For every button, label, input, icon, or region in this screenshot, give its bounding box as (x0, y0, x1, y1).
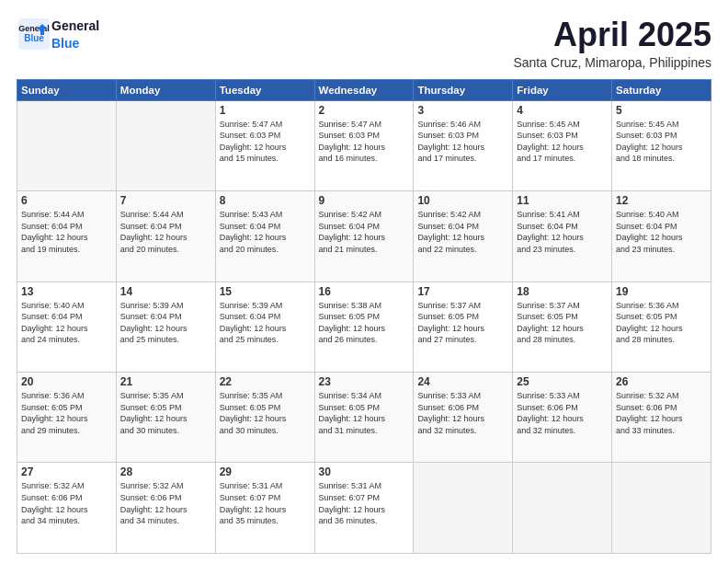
day-number: 4 (517, 104, 608, 117)
calendar-table: SundayMondayTuesdayWednesdayThursdayFrid… (17, 79, 711, 554)
day-number: 15 (220, 285, 311, 298)
calendar-cell: 26Sunrise: 5:32 AM Sunset: 6:06 PM Dayli… (612, 373, 711, 463)
week-row-2: 6Sunrise: 5:44 AM Sunset: 6:04 PM Daylig… (17, 191, 711, 282)
logo-text: General Blue (51, 17, 99, 52)
cell-info: Sunrise: 5:40 AM Sunset: 6:04 PM Dayligh… (21, 300, 112, 346)
calendar-cell: 5Sunrise: 5:45 AM Sunset: 6:03 PM Daylig… (612, 100, 711, 190)
calendar-cell: 29Sunrise: 5:31 AM Sunset: 6:07 PM Dayli… (215, 463, 314, 554)
day-number: 6 (21, 194, 112, 207)
col-header-saturday: Saturday (612, 79, 711, 100)
cell-info: Sunrise: 5:37 AM Sunset: 6:05 PM Dayligh… (517, 300, 608, 346)
week-row-5: 27Sunrise: 5:32 AM Sunset: 6:06 PM Dayli… (17, 463, 711, 554)
logo: General Blue General Blue (17, 17, 99, 52)
day-number: 1 (220, 104, 311, 117)
calendar-cell: 18Sunrise: 5:37 AM Sunset: 6:05 PM Dayli… (513, 282, 612, 372)
calendar-cell (513, 463, 612, 554)
calendar-cell: 20Sunrise: 5:36 AM Sunset: 6:05 PM Dayli… (17, 373, 117, 463)
day-number: 26 (616, 375, 707, 388)
cell-info: Sunrise: 5:35 AM Sunset: 6:05 PM Dayligh… (120, 390, 211, 436)
day-number: 12 (616, 194, 707, 207)
calendar-cell: 23Sunrise: 5:34 AM Sunset: 6:05 PM Dayli… (314, 373, 414, 463)
cell-info: Sunrise: 5:38 AM Sunset: 6:05 PM Dayligh… (319, 300, 410, 346)
week-row-4: 20Sunrise: 5:36 AM Sunset: 6:05 PM Dayli… (17, 373, 711, 463)
cell-info: Sunrise: 5:34 AM Sunset: 6:05 PM Dayligh… (319, 390, 410, 436)
cell-info: Sunrise: 5:32 AM Sunset: 6:06 PM Dayligh… (616, 390, 707, 436)
col-header-sunday: Sunday (17, 79, 117, 100)
cell-info: Sunrise: 5:44 AM Sunset: 6:04 PM Dayligh… (21, 209, 112, 255)
cell-info: Sunrise: 5:42 AM Sunset: 6:04 PM Dayligh… (417, 209, 508, 255)
calendar-cell: 15Sunrise: 5:39 AM Sunset: 6:04 PM Dayli… (215, 282, 314, 372)
calendar-cell: 6Sunrise: 5:44 AM Sunset: 6:04 PM Daylig… (17, 191, 117, 282)
cell-info: Sunrise: 5:45 AM Sunset: 6:03 PM Dayligh… (517, 119, 608, 165)
day-number: 20 (21, 375, 112, 388)
header: General Blue General Blue April 2025 San… (17, 17, 711, 70)
calendar-cell (414, 463, 513, 554)
calendar-cell: 11Sunrise: 5:41 AM Sunset: 6:04 PM Dayli… (513, 191, 612, 282)
cell-info: Sunrise: 5:31 AM Sunset: 6:07 PM Dayligh… (319, 480, 410, 526)
calendar-cell: 30Sunrise: 5:31 AM Sunset: 6:07 PM Dayli… (314, 463, 414, 554)
logo-general: General (51, 18, 99, 33)
day-number: 10 (417, 194, 508, 207)
cell-info: Sunrise: 5:31 AM Sunset: 6:07 PM Dayligh… (220, 480, 311, 526)
calendar-cell: 7Sunrise: 5:44 AM Sunset: 6:04 PM Daylig… (116, 191, 215, 282)
calendar-cell: 24Sunrise: 5:33 AM Sunset: 6:06 PM Dayli… (414, 373, 513, 463)
cell-info: Sunrise: 5:40 AM Sunset: 6:04 PM Dayligh… (616, 209, 707, 255)
cell-info: Sunrise: 5:32 AM Sunset: 6:06 PM Dayligh… (21, 480, 112, 526)
cell-info: Sunrise: 5:43 AM Sunset: 6:04 PM Dayligh… (220, 209, 311, 255)
day-number: 19 (616, 285, 707, 298)
calendar-cell: 19Sunrise: 5:36 AM Sunset: 6:05 PM Dayli… (612, 282, 711, 372)
day-number: 16 (319, 285, 410, 298)
day-number: 13 (21, 285, 112, 298)
day-number: 18 (517, 285, 608, 298)
cell-info: Sunrise: 5:32 AM Sunset: 6:06 PM Dayligh… (120, 480, 211, 526)
col-header-wednesday: Wednesday (314, 79, 414, 100)
page: General Blue General Blue April 2025 San… (0, 0, 728, 563)
calendar-cell: 27Sunrise: 5:32 AM Sunset: 6:06 PM Dayli… (17, 463, 117, 554)
calendar-cell: 13Sunrise: 5:40 AM Sunset: 6:04 PM Dayli… (17, 282, 117, 372)
cell-info: Sunrise: 5:46 AM Sunset: 6:03 PM Dayligh… (417, 119, 508, 165)
calendar-cell: 14Sunrise: 5:39 AM Sunset: 6:04 PM Dayli… (116, 282, 215, 372)
calendar-cell: 12Sunrise: 5:40 AM Sunset: 6:04 PM Dayli… (612, 191, 711, 282)
cell-info: Sunrise: 5:37 AM Sunset: 6:05 PM Dayligh… (417, 300, 508, 346)
calendar-cell (612, 463, 711, 554)
day-number: 21 (120, 375, 211, 388)
col-header-monday: Monday (116, 79, 215, 100)
calendar-cell: 28Sunrise: 5:32 AM Sunset: 6:06 PM Dayli… (116, 463, 215, 554)
calendar-cell: 10Sunrise: 5:42 AM Sunset: 6:04 PM Dayli… (414, 191, 513, 282)
calendar-cell (116, 100, 215, 190)
title-block: April 2025 Santa Cruz, Mimaropa, Philipp… (513, 17, 711, 70)
day-number: 29 (220, 465, 311, 478)
logo-icon: General Blue (17, 17, 51, 52)
location: Santa Cruz, Mimaropa, Philippines (513, 55, 711, 70)
cell-info: Sunrise: 5:33 AM Sunset: 6:06 PM Dayligh… (417, 390, 508, 436)
calendar-cell: 3Sunrise: 5:46 AM Sunset: 6:03 PM Daylig… (414, 100, 513, 190)
col-header-thursday: Thursday (414, 79, 513, 100)
day-number: 27 (21, 465, 112, 478)
calendar-header-row: SundayMondayTuesdayWednesdayThursdayFrid… (17, 79, 711, 100)
day-number: 25 (517, 375, 608, 388)
cell-info: Sunrise: 5:44 AM Sunset: 6:04 PM Dayligh… (120, 209, 211, 255)
day-number: 30 (319, 465, 410, 478)
calendar-cell: 4Sunrise: 5:45 AM Sunset: 6:03 PM Daylig… (513, 100, 612, 190)
col-header-tuesday: Tuesday (215, 79, 314, 100)
calendar-cell: 17Sunrise: 5:37 AM Sunset: 6:05 PM Dayli… (414, 282, 513, 372)
cell-info: Sunrise: 5:47 AM Sunset: 6:03 PM Dayligh… (220, 119, 311, 165)
calendar-cell (17, 100, 117, 190)
col-header-friday: Friday (513, 79, 612, 100)
cell-info: Sunrise: 5:45 AM Sunset: 6:03 PM Dayligh… (616, 119, 707, 165)
day-number: 11 (517, 194, 608, 207)
day-number: 2 (319, 104, 410, 117)
day-number: 14 (120, 285, 211, 298)
cell-info: Sunrise: 5:47 AM Sunset: 6:03 PM Dayligh… (319, 119, 410, 165)
day-number: 23 (319, 375, 410, 388)
calendar-cell: 21Sunrise: 5:35 AM Sunset: 6:05 PM Dayli… (116, 373, 215, 463)
calendar-cell: 25Sunrise: 5:33 AM Sunset: 6:06 PM Dayli… (513, 373, 612, 463)
day-number: 3 (417, 104, 508, 117)
logo-blue: Blue (51, 36, 79, 51)
cell-info: Sunrise: 5:33 AM Sunset: 6:06 PM Dayligh… (517, 390, 608, 436)
calendar-cell: 16Sunrise: 5:38 AM Sunset: 6:05 PM Dayli… (314, 282, 414, 372)
day-number: 22 (220, 375, 311, 388)
cell-info: Sunrise: 5:42 AM Sunset: 6:04 PM Dayligh… (319, 209, 410, 255)
day-number: 7 (120, 194, 211, 207)
cell-info: Sunrise: 5:39 AM Sunset: 6:04 PM Dayligh… (120, 300, 211, 346)
